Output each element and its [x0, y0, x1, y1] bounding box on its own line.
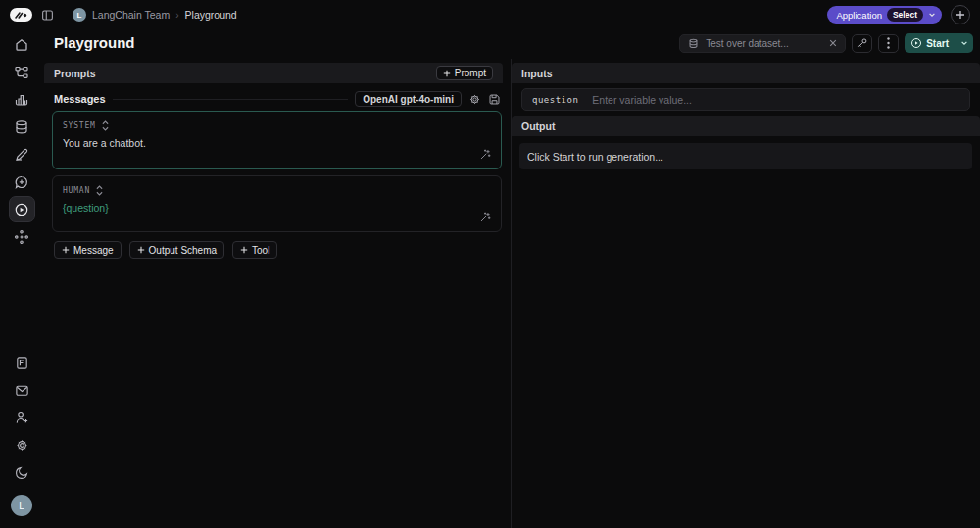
inputs-body: question Enter variable value... — [512, 83, 980, 116]
breadcrumb-page[interactable]: Playground — [185, 9, 237, 21]
sidebar-item-settings[interactable] — [9, 432, 35, 458]
sidebar-item-annotate[interactable] — [9, 141, 35, 168]
system-message-text[interactable]: You are a chatbot. — [63, 137, 491, 149]
breadcrumb-separator: › — [175, 10, 178, 21]
output-header: Output — [512, 116, 980, 136]
sidebar-toggle-icon[interactable] — [41, 9, 54, 22]
start-label: Start — [926, 38, 949, 49]
variable-input[interactable]: question Enter variable value... — [521, 88, 970, 111]
prompts-panel: Prompts Prompt Messages OpenAI gpt-4o-mi… — [44, 63, 503, 259]
langsmith-logo-icon[interactable] — [10, 8, 32, 22]
more-options-button[interactable] — [878, 34, 899, 53]
sidebar-item-invite-user[interactable] — [9, 405, 35, 431]
application-label: Application — [836, 10, 881, 21]
inputs-header: Inputs — [512, 63, 980, 83]
sidebar-rail: L — [0, 29, 43, 528]
application-select-button[interactable]: Application Select — [827, 6, 942, 24]
sidebar-item-chat[interactable] — [9, 168, 35, 195]
sidebar-item-docs[interactable] — [9, 350, 35, 376]
output-placeholder: Click Start to run generation... — [527, 151, 663, 163]
test-over-dataset-input[interactable]: Test over dataset... — [679, 34, 846, 53]
messages-title: Messages — [54, 93, 106, 105]
variable-placeholder: Enter variable value... — [592, 94, 692, 106]
prompts-header: Prompts Prompt — [44, 63, 503, 83]
add-tool-button[interactable]: Tool — [232, 241, 277, 259]
sidebar-item-workflow[interactable] — [9, 59, 35, 85]
model-selector[interactable]: OpenAI gpt-4o-mini — [355, 91, 462, 107]
start-dropdown-chevron[interactable] — [956, 33, 973, 53]
user-avatar[interactable]: L — [11, 495, 32, 516]
variable-name: question — [532, 95, 578, 105]
topbar: L LangChain Team › Playground Applicatio… — [0, 0, 980, 29]
role-selector-human[interactable]: HUMAN — [63, 186, 90, 195]
start-button[interactable]: Start — [905, 33, 973, 53]
breadcrumb-team[interactable]: LangChain Team — [92, 9, 170, 21]
sidebar-item-datasets[interactable] — [9, 114, 35, 140]
breadcrumb: L LangChain Team › Playground — [73, 8, 237, 22]
dark-mode-toggle-icon[interactable] — [9, 459, 35, 486]
clear-icon[interactable] — [829, 39, 837, 47]
page-title: Playground — [54, 34, 135, 51]
role-selector-system[interactable]: SYSTEM — [63, 121, 96, 130]
dataset-placeholder: Test over dataset... — [706, 38, 822, 49]
chevron-down-icon — [928, 11, 936, 19]
sidebar-item-playground[interactable] — [9, 196, 35, 222]
messages-header: Messages OpenAI gpt-4o-mini — [44, 89, 503, 109]
run-panel: Inputs question Enter variable value... … — [512, 63, 980, 169]
save-icon[interactable] — [488, 93, 501, 106]
sidebar-item-monitoring[interactable] — [9, 86, 35, 113]
header-toolbar: Test over dataset... Start — [679, 33, 973, 53]
add-prompt-button[interactable]: Prompt — [436, 66, 493, 80]
add-message-button[interactable]: Message — [54, 241, 122, 259]
play-icon — [910, 37, 922, 49]
improve-prompt-wand-icon[interactable] — [479, 211, 492, 223]
sidebar-item-mail[interactable] — [9, 377, 35, 404]
team-avatar[interactable]: L — [73, 8, 86, 22]
output-title: Output — [521, 120, 555, 132]
sidebar-item-home[interactable] — [9, 31, 35, 58]
add-output-schema-button[interactable]: Output Schema — [129, 241, 224, 259]
inputs-title: Inputs — [521, 68, 553, 79]
role-updown-icon[interactable] — [102, 120, 109, 131]
message-actions: Message Output Schema Tool — [54, 241, 503, 259]
add-workspace-button[interactable] — [951, 5, 970, 24]
database-icon — [688, 38, 699, 49]
model-settings-icon[interactable] — [468, 93, 481, 106]
api-key-button[interactable] — [852, 34, 872, 53]
message-system[interactable]: SYSTEM You are a chatbot. — [52, 111, 502, 169]
prompts-title: Prompts — [54, 68, 96, 79]
sidebar-item-deployments[interactable] — [9, 223, 35, 250]
output-body: Click Start to run generation... — [519, 143, 972, 169]
improve-prompt-wand-icon[interactable] — [479, 148, 492, 161]
role-updown-icon[interactable] — [96, 185, 103, 196]
human-message-text[interactable]: {question} — [63, 202, 491, 214]
select-pill[interactable]: Select — [887, 8, 923, 22]
message-human[interactable]: HUMAN {question} — [52, 175, 502, 232]
